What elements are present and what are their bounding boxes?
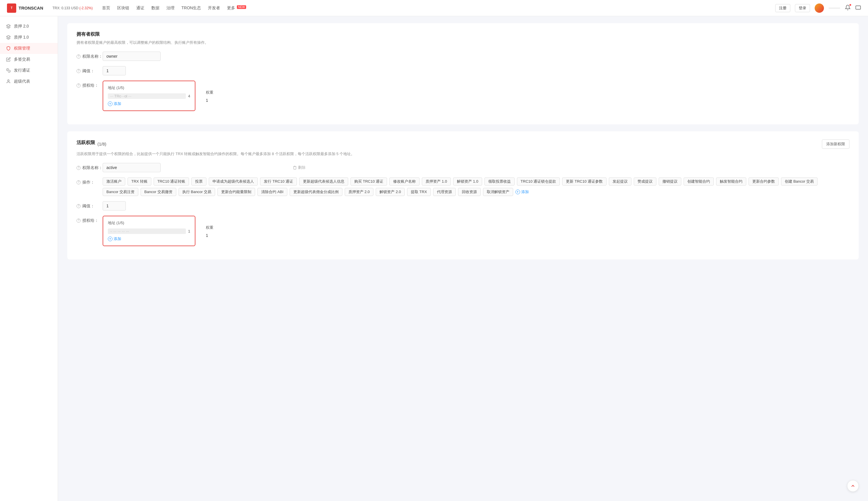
op-tag: 质押资产 2.0 [345, 188, 374, 196]
op-tag: Bancor 交易撤资 [141, 188, 176, 196]
login-button[interactable]: 登录 [795, 4, 810, 12]
help-icon-active-threshold[interactable]: ? [76, 204, 81, 208]
op-tag: 激活账户 [103, 178, 125, 185]
active-threshold-value: 1 [103, 201, 849, 211]
layer-icon [6, 24, 11, 29]
trx-price: TRX: 0.133 USD (-2.32%) [53, 6, 93, 10]
sidebar-item-issue[interactable]: 发行通证 [0, 65, 58, 76]
active-title-row: 活跃权限 (1/8) 添加新权限 [76, 139, 849, 149]
active-permission-name-input[interactable]: active [103, 163, 161, 172]
op-tag: TRX 转账 [128, 178, 151, 185]
op-tag: 赞成提议 [634, 178, 656, 185]
logo: T TRONSCAN [7, 3, 43, 13]
op-tag: 质押资产 1.0 [422, 178, 451, 185]
owner-authorize-group: 地址 (1/5) ··· TRc···ol ··· 4 + 添加 权重 1 [103, 81, 213, 111]
op-tag: 购买 TRC10 通证 [351, 178, 387, 185]
add-op-circle-icon: + [515, 190, 520, 194]
add-circle-icon: + [108, 102, 112, 106]
op-tag: 更新超级代表佣金分成比例 [290, 188, 342, 196]
coins-icon [6, 68, 11, 73]
active-authorize-row: ? 授权给： 地址 (1/5) ·· ··· ··· ··· ··· 1 + 添… [76, 216, 849, 246]
owner-threshold-value: 1 [103, 66, 849, 75]
add-operation-btn[interactable]: + 添加 [515, 188, 529, 196]
sidebar: 质押 2.0 质押 1.0 权限管理 多签交易 发行通证 [0, 16, 58, 501]
scroll-button[interactable] [847, 480, 859, 492]
op-tag: 取消解锁资产 [483, 188, 513, 196]
active-permission-name-group: active 删除 [103, 163, 306, 172]
sidebar-item-pledge2[interactable]: 质押 2.0 [0, 21, 58, 32]
owner-weight-col: 权重 1 [200, 81, 213, 103]
op-tag: 触发智能合约 [716, 178, 746, 185]
owner-add-address-btn[interactable]: + 添加 [108, 101, 190, 106]
help-icon-authorize[interactable]: ? [76, 84, 81, 87]
owner-permission-name-value: owner [103, 52, 849, 61]
nav-blockchain[interactable]: 区块链 [117, 6, 129, 11]
owner-address-blurred: ··· TRc···ol ··· [108, 93, 186, 99]
help-icon-permname[interactable]: ? [76, 54, 81, 58]
user-icon [6, 79, 11, 84]
op-tag: 解锁资产 2.0 [376, 188, 405, 196]
help-icon-threshold[interactable]: ? [76, 69, 81, 73]
help-icon-active-permname[interactable]: ? [76, 166, 81, 170]
nav-developer[interactable]: 开发者 [208, 6, 220, 11]
sidebar-item-superrep[interactable]: 超级代表 [0, 76, 58, 87]
nav-data[interactable]: 数据 [151, 6, 159, 11]
active-add-address-btn[interactable]: + 添加 [108, 236, 190, 242]
op-tag: 创建 Bancor 交易 [781, 178, 817, 185]
header-right: 注册 登录 [775, 3, 861, 13]
user-name [828, 8, 840, 9]
owner-permission-name-row: ? 权限名称： owner [76, 52, 849, 61]
main-content: 拥有者权限 拥有者权限是账户的最高权限，可以调整账户的权限结构、执行账户所有操作… [58, 16, 868, 501]
edit-icon [6, 57, 11, 62]
add-new-permission-button[interactable]: 添加新权限 [822, 139, 849, 149]
owner-permission-name-input[interactable]: owner [103, 52, 161, 61]
active-permission-name-row: ? 权限名称： active 删除 [76, 163, 849, 172]
nav-token[interactable]: 通证 [136, 6, 144, 11]
op-tag: 更新超级代表候选人信息 [299, 178, 348, 185]
active-threshold-input[interactable]: 1 [103, 201, 126, 211]
avatar[interactable] [815, 3, 824, 13]
nav-more[interactable]: 更多 NEW [227, 6, 246, 11]
svg-rect-0 [856, 6, 861, 9]
op-tag: 代理资源 [433, 188, 456, 196]
nav-ecosystem[interactable]: TRON生态 [182, 6, 201, 11]
owner-threshold-input[interactable]: 1 [103, 66, 126, 75]
active-address-blurred: ·· ··· ··· ··· ··· [108, 228, 186, 234]
op-tag: 创建智能合约 [684, 178, 714, 185]
logo-text: TRONSCAN [19, 6, 43, 10]
help-icon-active-authorize[interactable]: ? [76, 218, 81, 223]
help-icon-ops[interactable]: ? [76, 180, 81, 184]
wallet-icon[interactable] [855, 4, 861, 11]
op-tag: 提取 TRX [407, 188, 431, 196]
active-operations-label: ? 操作： [76, 178, 103, 185]
layout: 质押 2.0 质押 1.0 权限管理 多签交易 发行通证 [0, 0, 868, 501]
active-authorize-group: 地址 (1/5) ·· ··· ··· ··· ··· 1 + 添加 权重 1 [103, 216, 213, 246]
active-authorize-label: ? 授权给： [76, 216, 103, 223]
notification-bell[interactable] [845, 4, 850, 11]
sidebar-item-permission[interactable]: 权限管理 [0, 43, 58, 54]
op-tag: 回收资源 [458, 188, 481, 196]
active-threshold-row: ? 阈值： 1 [76, 201, 849, 211]
owner-address-box: 地址 (1/5) ··· TRc···ol ··· 4 + 添加 [103, 81, 195, 111]
op-tag: 执行 Bancor 交易 [179, 188, 215, 196]
active-weight-col: 权重 1 [200, 216, 213, 238]
active-address-number: 1 [188, 229, 190, 233]
op-tag: 投票 [191, 178, 206, 185]
owner-threshold-row: ? 阈值： 1 [76, 66, 849, 75]
sidebar-label-pledge1: 质押 1.0 [14, 35, 29, 40]
layer-icon-2 [6, 35, 11, 40]
svg-marker-1 [7, 24, 10, 26]
sidebar-item-pledge1[interactable]: 质押 1.0 [0, 32, 58, 43]
op-tag: 更新 TRC10 通证参数 [562, 178, 606, 185]
sidebar-label-permission: 权限管理 [14, 46, 30, 51]
owner-address-number: 4 [188, 94, 190, 98]
register-button[interactable]: 注册 [775, 4, 790, 12]
nav-home[interactable]: 首页 [102, 6, 110, 11]
nav-governance[interactable]: 治理 [167, 6, 174, 11]
sidebar-item-multisig[interactable]: 多签交易 [0, 54, 58, 65]
delete-permission-btn[interactable]: 删除 [293, 165, 306, 170]
sidebar-label-superrep: 超级代表 [14, 79, 30, 84]
active-address-box-title: 地址 (1/5) [108, 220, 190, 226]
owner-authorize-label: ? 授权给： [76, 81, 103, 88]
active-address-box: 地址 (1/5) ·· ··· ··· ··· ··· 1 + 添加 [103, 216, 195, 246]
